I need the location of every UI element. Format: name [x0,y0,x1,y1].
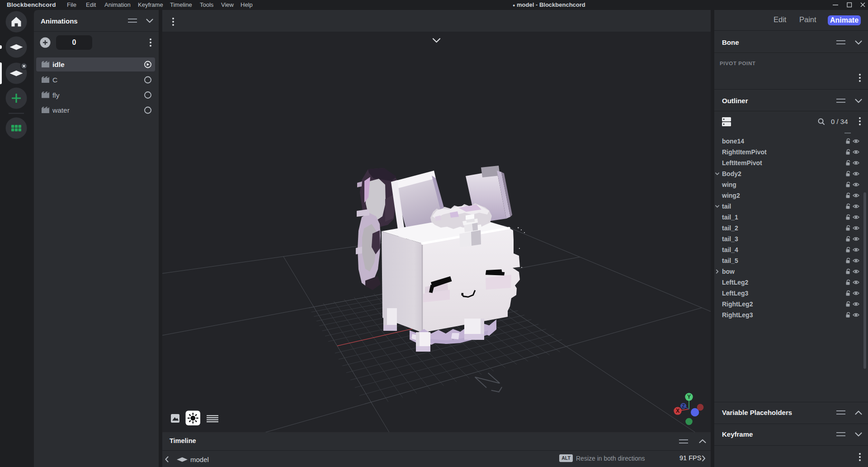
svg-text:X: X [676,408,679,414]
svg-text:Y: Y [687,394,691,400]
svg-text:Z: Z [682,403,685,409]
